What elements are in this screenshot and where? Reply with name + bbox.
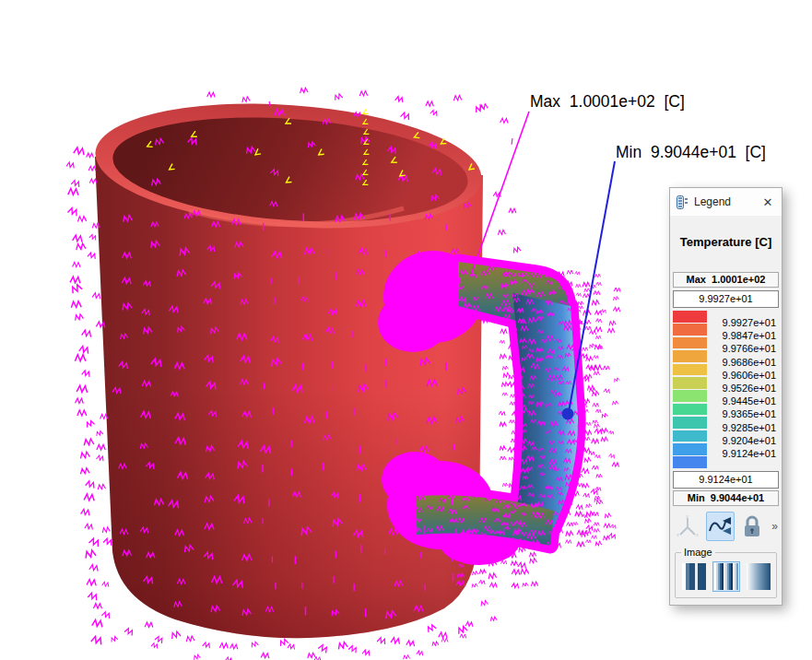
- vector-glyph: [500, 456, 506, 460]
- vector-glyph: [582, 468, 590, 474]
- color-scale-label: 9.9927e+01: [707, 316, 779, 329]
- color-swatch: [673, 456, 707, 468]
- vector-glyph: [613, 307, 620, 312]
- vector-glyph: [230, 644, 239, 650]
- vector-glyph: [155, 636, 164, 643]
- color-scale-label: 9.9526e+01: [707, 382, 779, 395]
- vector-glyph: [614, 377, 620, 382]
- help-button[interactable]: ?: [698, 605, 724, 606]
- vector-glyph: [84, 494, 95, 501]
- color-swatch: [673, 337, 707, 349]
- vector-glyph: [585, 503, 592, 508]
- vector-glyph: [500, 340, 505, 344]
- vector-glyph: [88, 592, 98, 600]
- vector-glyph: [318, 644, 328, 654]
- vector-glyph: [608, 430, 614, 434]
- vector-glyph: [85, 524, 93, 530]
- vector-glyph: [203, 642, 211, 648]
- probe-plot-icon: [707, 513, 733, 539]
- vector-glyph: [73, 263, 80, 267]
- discrete-gradient-preview: [714, 563, 738, 590]
- vector-glyph: [595, 336, 601, 339]
- vector-glyph: [584, 289, 590, 292]
- color-swatch: [673, 430, 707, 442]
- toolbar-overflow-chevron[interactable]: »: [771, 520, 778, 533]
- vector-glyph: [592, 301, 600, 306]
- vector-glyph: [594, 371, 600, 375]
- vector-glyph: [577, 301, 583, 305]
- legend-panel[interactable]: Legend ✕ Temperature [C] Max 1.0001e+02 …: [669, 187, 783, 606]
- vector-glyph: [577, 542, 584, 547]
- vector-glyph: [426, 101, 434, 106]
- lock-button[interactable]: [738, 512, 767, 541]
- vector-glyph: [88, 166, 96, 171]
- vector-glyph: [77, 410, 87, 416]
- image-style-banded-button[interactable]: [680, 561, 708, 592]
- vector-glyph: [576, 293, 582, 297]
- svg-text:x: x: [696, 532, 699, 537]
- vector-glyph: [502, 483, 508, 487]
- legend-heading: Temperature [C]: [670, 235, 782, 249]
- color-swatch: [673, 377, 707, 389]
- vector-glyph: [92, 619, 103, 627]
- legend-titlebar[interactable]: Legend ✕: [670, 188, 782, 216]
- vector-glyph: [592, 439, 599, 443]
- color-scale-label: 9.9124e+01: [707, 447, 779, 460]
- vector-glyph: [251, 642, 259, 648]
- vector-glyph: [70, 284, 82, 294]
- vector-glyph: [91, 636, 103, 645]
- vector-glyph: [490, 617, 498, 621]
- vector-glyph: [111, 636, 118, 642]
- legend-toolbar: yzx »: [674, 511, 778, 541]
- vector-glyph: [279, 639, 288, 646]
- vector-glyph: [575, 512, 583, 516]
- vector-glyph: [595, 409, 601, 413]
- image-style-discrete-button[interactable]: [712, 561, 740, 592]
- vector-glyph: [594, 311, 602, 315]
- color-swatch: [673, 364, 707, 376]
- vector-glyph: [186, 636, 194, 642]
- axis-triad-button[interactable]: yzx: [674, 512, 702, 541]
- vector-glyph: [479, 570, 487, 574]
- vector-glyph: [500, 422, 507, 427]
- scale-min-input[interactable]: 9.9124e+01: [673, 471, 779, 489]
- vector-glyph: [89, 179, 97, 183]
- vector-glyph: [509, 208, 516, 213]
- vector-glyph: [87, 153, 94, 158]
- vector-glyph: [511, 561, 518, 566]
- vector-glyph: [68, 188, 79, 194]
- vector-glyph: [84, 549, 96, 558]
- vector-glyph: [594, 541, 602, 546]
- vector-glyph: [219, 642, 228, 648]
- vector-glyph: [594, 274, 600, 277]
- vector-glyph: [608, 454, 615, 459]
- vector-glyph: [207, 92, 216, 98]
- vector-glyph: [595, 487, 602, 491]
- vector-glyph: [575, 271, 581, 275]
- vector-glyph: [502, 366, 509, 371]
- vector-glyph: [510, 402, 516, 406]
- image-style-smooth-button[interactable]: [745, 561, 772, 592]
- vector-glyph: [86, 480, 96, 488]
- image-group-label: Image: [681, 547, 715, 558]
- max-value-row: Max 1.0001e+02: [673, 272, 779, 288]
- vector-glyph: [601, 437, 608, 442]
- vector-glyph: [194, 654, 201, 660]
- close-icon[interactable]: ✕: [760, 195, 775, 209]
- vector-glyph: [241, 97, 250, 102]
- color-swatch: [673, 443, 707, 455]
- scale-max-input[interactable]: 9.9927e+01: [673, 290, 779, 308]
- max-annotation-text: Max 1.0001e+02 [C]: [530, 92, 685, 111]
- vector-glyph: [509, 457, 514, 461]
- dock-button[interactable]: [728, 605, 755, 606]
- vector-glyph: [84, 439, 94, 446]
- vector-glyph: [86, 420, 95, 428]
- probe-plot-button[interactable]: [706, 512, 735, 541]
- vector-glyph: [97, 455, 105, 462]
- vector-glyph: [607, 328, 615, 333]
- vector-glyph: [595, 319, 602, 323]
- vector-glyph: [604, 524, 610, 528]
- vector-glyph: [601, 309, 606, 312]
- vector-glyph: [518, 562, 527, 569]
- vector-glyph: [591, 489, 599, 495]
